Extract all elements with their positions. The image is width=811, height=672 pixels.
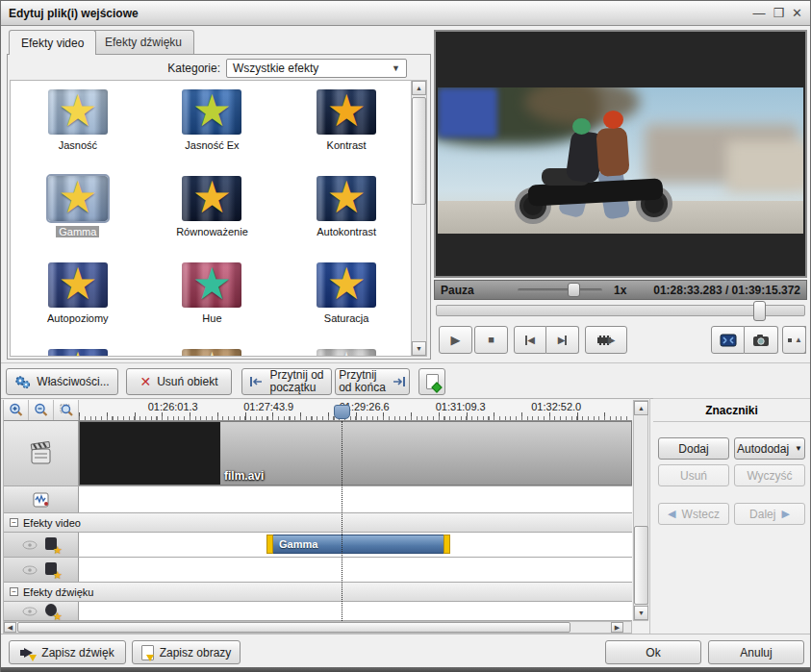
effect-tile-hue[interactable]: ★ Hue: [145, 254, 280, 340]
arrow-right-icon: ▶: [781, 508, 789, 520]
effect-tile-rownowazenie[interactable]: ★ Równoważenie: [145, 167, 280, 254]
fullscreen-button[interactable]: [711, 326, 745, 354]
marker-add-button[interactable]: Dodaj: [658, 437, 729, 460]
eye-icon[interactable]: [22, 540, 38, 550]
scroll-up-icon[interactable]: ▲: [634, 401, 648, 415]
audio-track-content[interactable]: [79, 486, 632, 512]
timeline-vertical-scrollbar[interactable]: ▲ ▼: [633, 400, 648, 621]
gears-icon: [14, 375, 31, 389]
playback-state-label: Pauza: [441, 284, 474, 297]
effect-track-header: ★: [4, 558, 79, 582]
scroll-down-icon[interactable]: ▼: [634, 606, 648, 620]
chevron-down-icon: ▼: [795, 444, 802, 453]
tab-audio-effects[interactable]: Efekty dźwięku: [92, 30, 194, 54]
scroll-left-icon[interactable]: ◀: [4, 622, 16, 633]
titlebar: Edytuj plik(i) wejściowe — ❒ ✕: [1, 1, 810, 26]
effect-tile-partial[interactable]: ★: [145, 340, 280, 357]
zoom-out-button[interactable]: [29, 400, 54, 420]
speaker-save-icon: [20, 646, 36, 660]
marker-back-label: Wstecz: [682, 508, 720, 521]
gamma-clip-label: Gamma: [279, 538, 317, 550]
effect-track-header: ★: [4, 602, 79, 620]
seek-handle[interactable]: [753, 301, 766, 321]
next-frame-button[interactable]: ▶: [546, 326, 579, 354]
speed-slider-handle[interactable]: [568, 283, 580, 297]
effect-tile-kontrast[interactable]: ★ Kontrast: [279, 81, 414, 167]
effect-tile-partial[interactable]: ★: [279, 340, 414, 357]
collapse-icon[interactable]: −: [10, 518, 18, 527]
timeline-ruler-row: 01:26:01.3 01:27:43.9 01:29:26.6 01:31:0…: [4, 400, 632, 421]
previous-frame-button[interactable]: ◀: [514, 326, 546, 354]
ok-button[interactable]: Ok: [605, 640, 701, 664]
close-icon[interactable]: ✕: [792, 7, 802, 19]
effects-list-scrollbar[interactable]: ▲ ▼: [411, 80, 427, 357]
trim-from-end-button[interactable]: Przytnijod końca: [335, 368, 410, 395]
effect-tile-autopoziomy[interactable]: ★ Autopoziomy: [11, 254, 145, 340]
video-effect-icon: ★: [45, 562, 61, 578]
video-preview: [434, 30, 807, 278]
zoom-selection-button[interactable]: [54, 400, 79, 420]
clip-thumbnail: [80, 422, 220, 485]
eye-icon[interactable]: [22, 607, 38, 616]
minimize-icon[interactable]: —: [752, 7, 765, 19]
marker-back-button[interactable]: ◀Wstecz: [658, 503, 729, 525]
scrollbar-thumb[interactable]: [634, 526, 648, 605]
marker-remove-button[interactable]: Usuń: [658, 464, 729, 486]
effect-tile-label: Gamma: [56, 226, 99, 237]
export-frame-button[interactable]: [418, 368, 445, 395]
marker-next-button[interactable]: Dalej▶: [734, 503, 805, 525]
timecode-ruler[interactable]: 01:26:01.3 01:27:43.9 01:29:26.6 01:31:0…: [79, 400, 632, 420]
speed-slider[interactable]: [518, 288, 602, 292]
category-dropdown[interactable]: Wszystkie efekty ▼: [226, 59, 407, 78]
stop-button[interactable]: ■: [474, 326, 508, 354]
zoom-in-button[interactable]: [4, 400, 29, 420]
properties-button[interactable]: Właściwości...: [6, 368, 118, 395]
scroll-right-icon[interactable]: ▶: [611, 622, 623, 633]
scrollbar-thumb[interactable]: [17, 622, 570, 633]
frame-step-button[interactable]: ▶: [585, 326, 627, 354]
scroll-up-icon[interactable]: ▲: [412, 81, 426, 95]
scrollbar-thumb[interactable]: [412, 97, 426, 205]
save-images-label: Zapisz obrazy: [160, 646, 232, 660]
timeline-horizontal-scrollbar[interactable]: ◀ ▶: [3, 621, 632, 634]
snapshot-button[interactable]: [745, 326, 778, 354]
effect-tile-gamma[interactable]: ★ Gamma: [11, 167, 145, 254]
video-clip-track[interactable]: film.avi: [79, 421, 632, 485]
eye-icon[interactable]: [22, 565, 38, 575]
effect-tile-autokontrast[interactable]: ★ Autokontrast: [279, 167, 414, 254]
effect-track-content[interactable]: [79, 558, 632, 582]
trim-from-start-button[interactable]: Przytnij odpoczątku: [241, 368, 332, 395]
tab-video-effects[interactable]: Efekty video: [9, 30, 96, 55]
effect-tile-saturacja[interactable]: ★ Saturacja: [279, 254, 414, 340]
marker-clear-button[interactable]: Wyczyść: [734, 464, 805, 486]
playhead-marker[interactable]: [334, 405, 350, 419]
audio-track-row: [4, 486, 632, 513]
play-button[interactable]: ▶: [439, 326, 472, 354]
properties-label: Właściwości...: [37, 375, 109, 388]
effect-star-icon: ★: [48, 262, 108, 308]
tab-video-effects-label: Efekty video: [21, 37, 84, 50]
effect-tile-jasnosc[interactable]: ★ Jasność: [11, 81, 145, 167]
dialog-footer: Zapisz dźwięk Zapisz obrazy Ok Anuluj: [1, 634, 810, 669]
effect-tile-partial[interactable]: ★: [11, 340, 145, 357]
effect-star-icon: ★: [317, 349, 376, 357]
maximize-icon[interactable]: ❒: [773, 7, 784, 19]
marker-autoadd-button[interactable]: Autododaj▼: [734, 437, 805, 460]
collapse-icon[interactable]: −: [10, 587, 18, 596]
window-controls: — ❒ ✕: [752, 7, 802, 19]
seek-bar[interactable]: [436, 305, 805, 316]
effect-tile-jasnosc-ex[interactable]: ★ Jasność Ex: [145, 81, 280, 167]
save-audio-label: Zapisz dźwięk: [41, 646, 114, 660]
delete-object-button[interactable]: ✕ Usuń obiekt: [126, 368, 232, 395]
delete-object-label: Usuń obiekt: [157, 375, 217, 388]
effect-track-content[interactable]: [79, 602, 632, 620]
save-audio-button[interactable]: Zapisz dźwięk: [9, 640, 126, 664]
gamma-effect-clip[interactable]: Gamma: [266, 535, 450, 554]
volume-dropdown-button[interactable]: ▲: [792, 326, 806, 354]
cancel-button[interactable]: Anuluj: [708, 640, 804, 664]
passenger-torso: [596, 127, 629, 177]
scroll-down-icon[interactable]: ▼: [412, 341, 426, 356]
audio-effect-icon: ★: [45, 604, 61, 619]
effect-track-content[interactable]: Gamma: [79, 533, 632, 557]
save-images-button[interactable]: Zapisz obrazy: [132, 640, 241, 664]
